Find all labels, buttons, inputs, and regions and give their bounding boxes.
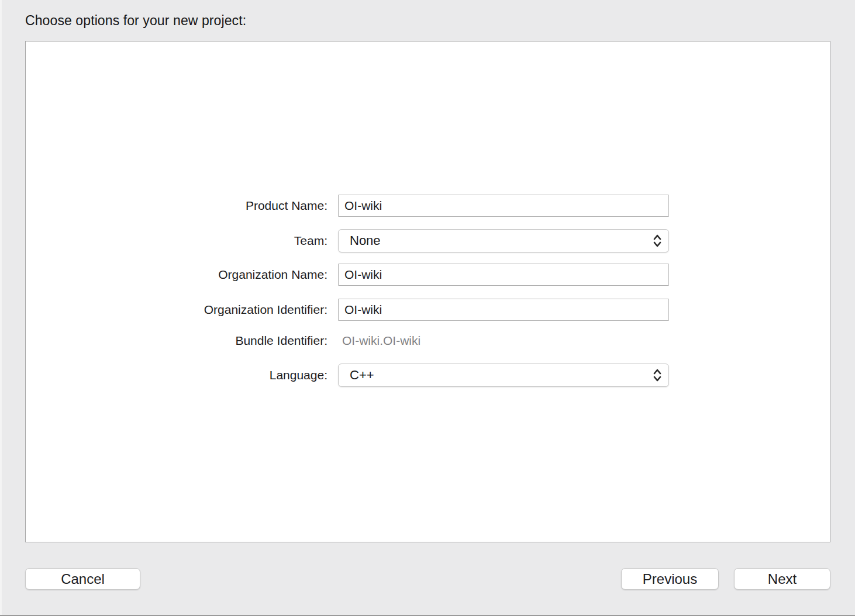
product-name-row: Product Name: <box>26 195 830 217</box>
organization-name-row: Organization Name: <box>26 264 830 286</box>
organization-identifier-input[interactable] <box>338 299 669 321</box>
team-label: Team: <box>26 234 338 248</box>
product-name-input[interactable] <box>338 195 669 217</box>
up-down-chevrons-icon <box>653 233 662 248</box>
options-panel: Product Name: Team: None Organization Na… <box>25 41 830 542</box>
team-row: Team: None <box>26 229 830 252</box>
organization-name-input[interactable] <box>338 264 669 286</box>
language-popup[interactable]: C++ <box>338 364 669 387</box>
window-left-edge <box>0 0 2 616</box>
organization-identifier-label: Organization Identifier: <box>26 303 338 317</box>
language-row: Language: C++ <box>26 364 830 387</box>
organization-identifier-row: Organization Identifier: <box>26 299 830 321</box>
next-button[interactable]: Next <box>734 568 830 590</box>
dialog-title: Choose options for your new project: <box>25 13 246 29</box>
bundle-identifier-value: OI-wiki.OI-wiki <box>338 334 420 348</box>
team-popup-value: None <box>350 233 381 248</box>
up-down-chevrons-icon <box>653 368 662 383</box>
previous-button[interactable]: Previous <box>621 568 719 590</box>
bundle-identifier-row: Bundle Identifier: OI-wiki.OI-wiki <box>26 333 830 349</box>
language-label: Language: <box>26 368 338 382</box>
team-popup[interactable]: None <box>338 229 669 252</box>
organization-name-label: Organization Name: <box>26 268 338 282</box>
cancel-button[interactable]: Cancel <box>25 568 140 590</box>
bundle-identifier-label: Bundle Identifier: <box>26 334 338 348</box>
language-popup-value: C++ <box>350 368 374 383</box>
product-name-label: Product Name: <box>26 199 338 213</box>
